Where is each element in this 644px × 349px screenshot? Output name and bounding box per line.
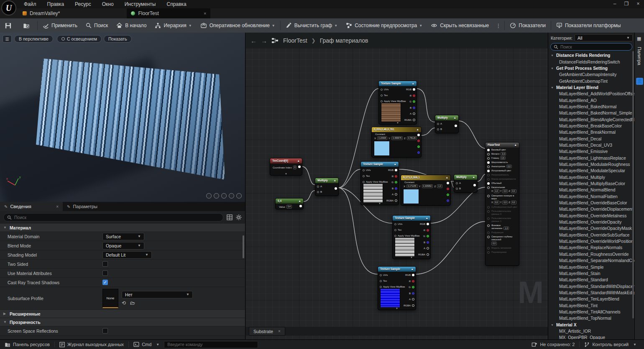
category-dropdown[interactable]: All▼ (575, 34, 633, 41)
input-pin[interactable] (437, 128, 439, 130)
output-pin[interactable] (413, 112, 415, 115)
input-pin[interactable] (381, 89, 383, 91)
input-pin[interactable] (487, 232, 490, 234)
palette-item[interactable]: MatLayerBlend_Simple (548, 264, 634, 270)
revision-control-button[interactable]: Контроль версий▼ (580, 340, 644, 349)
input-pin[interactable] (487, 161, 490, 164)
node-texture[interactable]: Texture Sample▲UVsTexApply View MipBiasR… (360, 161, 399, 205)
output-pin[interactable] (417, 151, 420, 154)
input-pin[interactable] (317, 186, 319, 188)
input-pin[interactable] (487, 251, 490, 254)
output-pin[interactable] (417, 145, 420, 148)
settings-gear-icon[interactable] (236, 214, 242, 220)
output-pin[interactable] (412, 274, 414, 276)
palette-search-input[interactable]: Поиск (550, 43, 632, 51)
output-pin[interactable] (473, 184, 476, 186)
palette-item[interactable]: MatLayerBlend_NormalBlend (548, 187, 634, 193)
input-pin[interactable] (487, 186, 490, 189)
input-pin[interactable] (317, 191, 319, 193)
palette-item[interactable]: MatLayerBlend_TenLayerBlend (548, 296, 634, 302)
tab-project[interactable]: DreamValley* (18, 8, 64, 18)
palette-item[interactable]: MatLayerBlend_OverrideBaseColor (548, 200, 634, 206)
tab-details[interactable]: ✎Сведения × (0, 202, 63, 211)
use-selected-icon[interactable]: ⟲ (122, 300, 126, 306)
output-pin[interactable] (427, 223, 429, 225)
apply-button[interactable]: Применить (38, 18, 82, 33)
clean-graph-button[interactable]: Вычистить граф▼ (281, 18, 342, 33)
input-pin[interactable] (437, 123, 439, 125)
tab-parameters[interactable]: ✎Параметры (63, 202, 102, 211)
live-update-button[interactable]: Оперативное обновление▼ (196, 18, 279, 33)
node-constant3[interactable]: 0,171,0,306,1▲ConstantX0,171155Y0,305952… (401, 175, 451, 206)
palette-item[interactable]: MatLayerBlend_MultiplyBaseColor (548, 181, 634, 187)
palette-item[interactable]: MatLayerBlend_BreakNormal (548, 129, 634, 135)
platform-stats-button[interactable]: Показатели платформы (552, 18, 625, 33)
palette-item[interactable]: MatLayerBlend_TopNormal (548, 315, 634, 321)
output-pin[interactable] (413, 94, 415, 97)
perspective-button[interactable]: В перспективе (14, 35, 53, 43)
input-pin[interactable] (380, 280, 382, 282)
asset-dropdown[interactable]: Нет▼ (122, 291, 193, 298)
output-log-button[interactable]: Журнал выходных данных (55, 340, 128, 349)
output-pin[interactable] (447, 188, 449, 190)
input-pin[interactable] (487, 217, 490, 220)
palette-item[interactable]: MX_Artistic_IOR (548, 328, 634, 334)
input-pin[interactable] (456, 188, 458, 190)
viewport-option-button[interactable] (229, 193, 234, 199)
output-pin[interactable] (427, 235, 429, 237)
input-pin[interactable] (363, 175, 365, 177)
output-pin[interactable] (413, 119, 415, 121)
output-pin[interactable] (413, 107, 415, 109)
material-graph-canvas[interactable]: ← → FloorTest ❯ Граф материалов M Textur… (245, 33, 548, 339)
palette-item[interactable]: MatLayerBlend_BakedNormal_Simple (548, 110, 634, 116)
input-pin[interactable] (456, 182, 458, 184)
detail-checkbox[interactable]: ✓ (102, 280, 108, 285)
palette-item[interactable]: MX_OpenPBR_Opaque (548, 334, 634, 339)
input-pin[interactable] (394, 235, 396, 237)
palette-item[interactable]: MatLayerBlend_RoughnessOverride (548, 251, 634, 257)
input-pin[interactable] (487, 182, 490, 185)
output-pin[interactable] (412, 304, 414, 307)
palette-item[interactable]: MatLayerBlend_Decal_UV3 (548, 142, 634, 148)
palette-item[interactable]: MatLayerBlend_SeparateNormalandColor (548, 257, 634, 264)
input-pin[interactable] (394, 229, 396, 231)
output-pin[interactable] (412, 298, 414, 301)
output-pin[interactable] (447, 199, 449, 202)
forward-arrow-icon[interactable]: → (261, 37, 267, 44)
detail-dropdown[interactable]: Opaque▼ (102, 242, 144, 250)
palette-item[interactable]: MatLayerBlend_OverrideMetalness (548, 213, 634, 219)
output-pin[interactable] (417, 134, 420, 136)
detail-checkbox[interactable] (102, 328, 108, 334)
asset-thumbnail[interactable]: None (102, 289, 118, 308)
node-scalar[interactable]: 0,4▲Value0,4 (275, 198, 304, 209)
input-pin[interactable] (363, 169, 365, 171)
palette-item[interactable]: GetAmbientCubemapTint (548, 78, 634, 84)
detail-dropdown[interactable]: Default Lit▼ (102, 251, 152, 259)
output-pin[interactable] (395, 169, 397, 171)
browse-to-asset-icon[interactable]: 🗁 (130, 300, 135, 306)
palette-item[interactable]: MatLayerBlend_OverrideOpacity (548, 219, 634, 225)
palette-item[interactable]: MatLayerBlend_Tint (548, 302, 634, 308)
input-pin[interactable] (487, 178, 490, 181)
menu-tools[interactable]: Инструменты (119, 0, 161, 8)
palette-item[interactable]: MatLayerBlend_ReplaceNormals (548, 245, 634, 251)
input-pin[interactable] (487, 195, 490, 197)
browse-asset-button[interactable] (19, 18, 36, 33)
palette-item[interactable]: MatLayerBlend_ModulateSpecular (548, 168, 634, 174)
tab-close-icon[interactable]: × (204, 11, 206, 16)
palette-item[interactable]: DistanceFieldsRenderingSwitch (548, 59, 634, 65)
details-section-header[interactable]: ▼Материал (0, 224, 245, 232)
palette-item[interactable]: MatLayerBlend_OverrideWorldPosition (548, 238, 634, 245)
display-filter-icon[interactable] (227, 214, 233, 220)
tab-close-icon[interactable]: × (56, 204, 59, 209)
unsaved-assets-button[interactable]: Не сохранено: 2 (527, 340, 579, 349)
menu-edit[interactable]: Правка (42, 0, 70, 8)
palette-category-header[interactable]: ▼Material X (548, 321, 634, 328)
palette-item[interactable]: MatLayerBlend_Emissive (548, 148, 634, 155)
output-pin[interactable] (427, 229, 429, 232)
palette-category-header[interactable]: ▼Distance Fields Rendering (548, 52, 634, 59)
material-preview-viewport[interactable]: ☰ В перспективе С освещением Показать xy (0, 33, 245, 202)
palette-item[interactable]: MatLayerBlend_ModulateRoughness (548, 161, 634, 168)
output-pin[interactable] (395, 193, 397, 196)
cmd-selector[interactable]: Cmd▼ (129, 340, 164, 349)
